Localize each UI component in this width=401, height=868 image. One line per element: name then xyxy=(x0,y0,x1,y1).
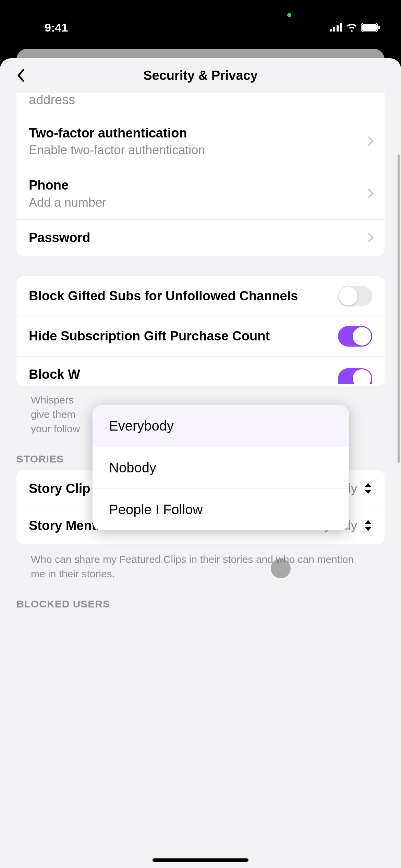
password-title: Password xyxy=(29,229,365,246)
select-arrows-icon xyxy=(364,482,372,495)
touch-indicator-icon xyxy=(271,558,291,578)
status-bar: 9:41 xyxy=(0,0,401,48)
two-factor-row[interactable]: Two-factor authentication Enable two-fac… xyxy=(16,115,385,167)
hide-gift-count-title: Hide Subscription Gift Purchase Count xyxy=(29,328,338,345)
account-card: address Two-factor authentication Enable… xyxy=(16,93,385,256)
svg-rect-2 xyxy=(337,25,339,32)
popover-option-nobody[interactable]: Nobody xyxy=(93,447,349,489)
two-factor-sub: Enable two-factor authentication xyxy=(29,143,365,157)
stories-help-text: Who can share my Featured Clips in their… xyxy=(0,544,401,581)
blocked-users-section-header: BLOCKED USERS xyxy=(0,581,401,615)
home-indicator[interactable] xyxy=(153,858,248,862)
block-whispers-toggle[interactable] xyxy=(338,368,372,384)
back-button[interactable] xyxy=(10,65,31,86)
chevron-right-icon xyxy=(364,189,374,198)
select-arrows-icon xyxy=(364,519,372,532)
cellular-icon xyxy=(330,23,342,32)
block-gifted-subs-toggle[interactable] xyxy=(338,286,372,306)
status-time: 9:41 xyxy=(45,21,68,34)
camera-indicator-icon xyxy=(287,13,291,17)
block-whispers-title: Block W xyxy=(29,366,338,386)
hide-gift-count-toggle[interactable] xyxy=(338,326,372,347)
svg-rect-6 xyxy=(378,26,380,29)
page-title: Security & Privacy xyxy=(143,68,258,83)
phone-sub: Add a number xyxy=(29,195,365,210)
block-whispers-row: Block W xyxy=(16,357,385,386)
wifi-icon xyxy=(346,23,357,32)
select-popover: Everybody Nobody People I Follow xyxy=(93,405,349,530)
popover-option-people-i-follow[interactable]: People I Follow xyxy=(93,489,349,530)
toggles-card: Block Gifted Subs for Unfollowed Channel… xyxy=(16,276,385,386)
status-icons xyxy=(330,23,380,32)
svg-rect-5 xyxy=(362,24,377,31)
hide-gift-count-row: Hide Subscription Gift Purchase Count xyxy=(16,316,385,357)
block-gifted-subs-row: Block Gifted Subs for Unfollowed Channel… xyxy=(16,276,385,316)
two-factor-title: Two-factor authentication xyxy=(29,125,365,142)
battery-icon xyxy=(361,23,380,32)
address-row-partial[interactable]: address xyxy=(16,93,385,115)
chevron-right-icon xyxy=(364,233,374,242)
nav-header: Security & Privacy xyxy=(0,58,401,93)
phone-title: Phone xyxy=(29,177,365,194)
svg-rect-1 xyxy=(333,27,335,32)
chevron-right-icon xyxy=(364,136,374,146)
scrollbar[interactable] xyxy=(398,154,400,463)
phone-row[interactable]: Phone Add a number xyxy=(16,167,385,219)
chevron-left-icon xyxy=(16,69,25,82)
block-gifted-subs-title: Block Gifted Subs for Unfollowed Channel… xyxy=(29,288,338,304)
password-row[interactable]: Password xyxy=(16,220,385,256)
svg-rect-0 xyxy=(330,29,332,32)
svg-rect-3 xyxy=(340,23,342,32)
popover-option-everybody[interactable]: Everybody xyxy=(93,405,349,447)
